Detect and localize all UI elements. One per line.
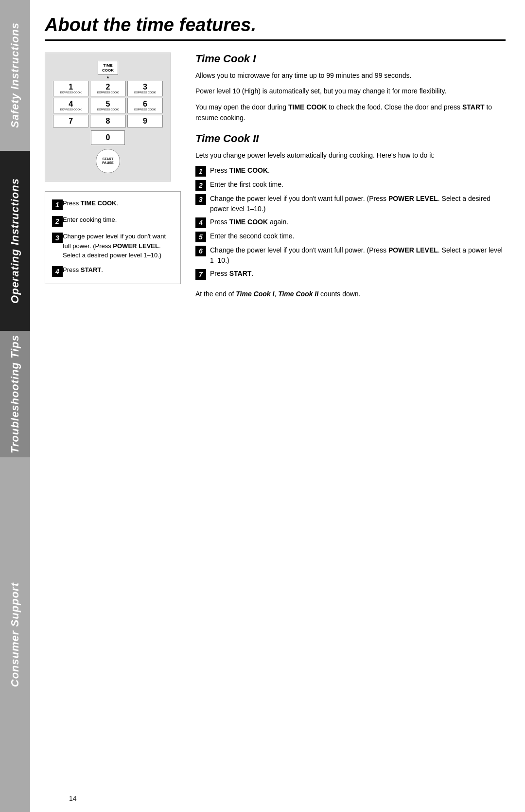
key-start-row: STARTPAUSE xyxy=(53,149,163,173)
sidebar: Safety Instructions Operating Instructio… xyxy=(0,0,30,812)
page-title: About the time features. xyxy=(45,15,506,41)
time-cook-key: TIMECOOK xyxy=(98,61,118,75)
time-cook-1-p1: Allows you to microwave for any time up … xyxy=(195,70,506,81)
left-step-num-4: 4 xyxy=(52,266,63,277)
right-step-num-4: 4 xyxy=(195,217,206,228)
sidebar-section-safety: Safety Instructions xyxy=(0,0,30,151)
right-step-num-7: 7 xyxy=(195,269,206,280)
left-step-3: 3 Change power level if you don't want f… xyxy=(52,232,174,260)
page-number: 14 xyxy=(69,794,77,802)
right-column: Time Cook I Allows you to microwave for … xyxy=(195,53,506,304)
time-cook-1-p2: Power level 10 (High) is automatically s… xyxy=(195,86,506,96)
right-step-6: 6 Change the power level if you don't wa… xyxy=(195,245,506,266)
key-2: 2 EXPRESS COOK xyxy=(90,81,125,96)
key-zero-row: 0 xyxy=(53,130,163,145)
right-step-num-1: 1 xyxy=(195,166,206,177)
sidebar-label-support: Consumer Support xyxy=(9,582,21,687)
time-cook-2-title: Time Cook II xyxy=(195,132,506,145)
right-step-text-2: Enter the first cook time. xyxy=(210,180,283,190)
keypad-top: TIMECOOK xyxy=(53,61,163,75)
right-step-1: 1 Press TIME COOK. xyxy=(195,165,506,177)
right-step-num-2: 2 xyxy=(195,180,206,191)
left-step-box: 1 Press TIME COOK. 2 Enter cooking time.… xyxy=(45,191,181,284)
content-columns: TIMECOOK 1 EXPRESS COOK 2 EXPRESS COOK 3… xyxy=(45,53,506,304)
right-step-text-1: Press TIME COOK. xyxy=(210,165,270,176)
left-step-text-3: Change power level if you don't want ful… xyxy=(63,232,174,260)
sidebar-label-operating: Operating Instructions xyxy=(9,178,21,304)
right-step-num-5: 5 xyxy=(195,232,206,242)
sidebar-section-operating: Operating Instructions xyxy=(0,151,30,331)
time-cook-2-steps: 1 Press TIME COOK. 2 Enter the first coo… xyxy=(195,165,506,280)
key-7: 7 xyxy=(53,115,88,127)
right-step-text-3: Change the power level if you don't want… xyxy=(210,194,506,214)
key-5: 5 EXPRESS COOK xyxy=(90,98,125,113)
time-cook-label: TIMECOOK xyxy=(102,63,114,72)
key-3: 3 EXPRESS COOK xyxy=(127,81,163,96)
left-step-1: 1 Press TIME COOK. xyxy=(52,198,174,210)
right-step-num-6: 6 xyxy=(195,246,206,256)
left-step-4: 4 Press START. xyxy=(52,265,174,277)
left-step-num-1: 1 xyxy=(52,199,63,210)
right-step-text-6: Change the power level if you don't want… xyxy=(210,245,506,266)
keypad-diagram: TIMECOOK 1 EXPRESS COOK 2 EXPRESS COOK 3… xyxy=(45,53,171,181)
left-step-2: 2 Enter cooking time. xyxy=(52,215,174,227)
time-cook-1-title: Time Cook I xyxy=(195,53,506,65)
left-step-num-3: 3 xyxy=(52,233,63,243)
key-8: 8 xyxy=(90,115,125,127)
key-4: 4 EXPRESS COOK xyxy=(53,98,88,113)
right-step-7: 7 Press START. xyxy=(195,269,506,280)
main-content: About the time features. TIMECOOK 1 EXPR… xyxy=(30,0,525,812)
key-9: 9 xyxy=(127,115,163,127)
sidebar-section-support: Consumer Support xyxy=(0,457,30,812)
right-step-4: 4 Press TIME COOK again. xyxy=(195,217,506,228)
right-step-3: 3 Change the power level if you don't wa… xyxy=(195,194,506,214)
key-0: 0 xyxy=(91,130,125,145)
right-step-text-4: Press TIME COOK again. xyxy=(210,217,288,227)
left-step-text-4: Press START. xyxy=(63,265,103,275)
left-column: TIMECOOK 1 EXPRESS COOK 2 EXPRESS COOK 3… xyxy=(45,53,181,304)
sidebar-label-troubleshooting: Troubleshooting Tips xyxy=(9,335,21,453)
left-step-num-2: 2 xyxy=(52,216,63,227)
right-step-5: 5 Enter the second cook time. xyxy=(195,231,506,242)
time-cook-2-intro: Lets you change power levels automatical… xyxy=(195,150,506,161)
key-start-pause: STARTPAUSE xyxy=(96,149,120,173)
left-step-text-2: Enter cooking time. xyxy=(63,215,117,225)
right-step-text-7: Press START. xyxy=(210,269,253,279)
right-step-text-5: Enter the second cook time. xyxy=(210,231,295,241)
sidebar-section-troubleshooting: Troubleshooting Tips xyxy=(0,331,30,457)
time-cook-1-p3: You may open the door during TIME COOK t… xyxy=(195,102,506,124)
keypad-grid: 1 EXPRESS COOK 2 EXPRESS COOK 3 EXPRESS … xyxy=(53,81,163,127)
key-1: 1 EXPRESS COOK xyxy=(53,81,88,96)
key-6: 6 EXPRESS COOK xyxy=(127,98,163,113)
sidebar-label-safety: Safety Instructions xyxy=(9,22,21,128)
right-step-2: 2 Enter the first cook time. xyxy=(195,180,506,191)
time-cook-footer: At the end of Time Cook I, Time Cook II … xyxy=(195,289,506,299)
left-step-text-1: Press TIME COOK. xyxy=(63,198,118,208)
right-step-num-3: 3 xyxy=(195,194,206,205)
